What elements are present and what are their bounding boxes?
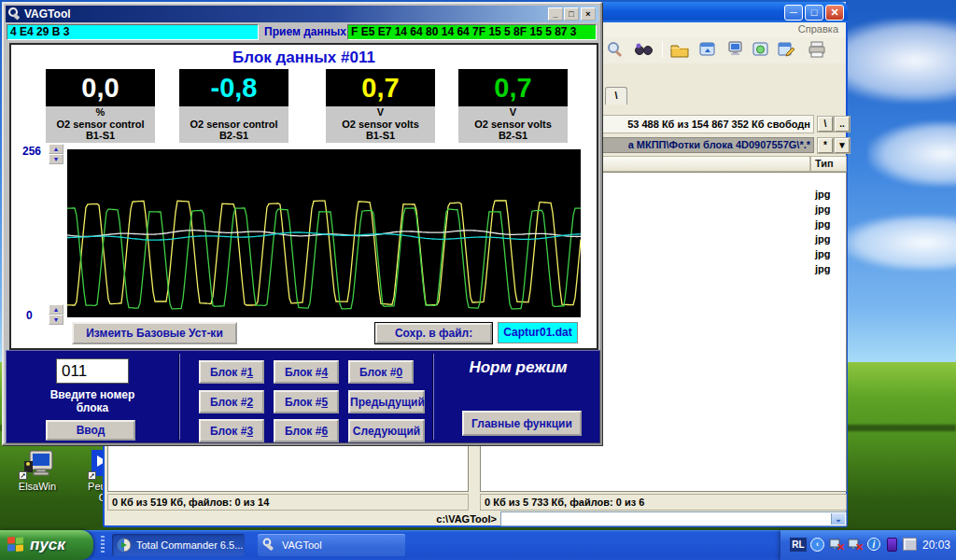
spinner-down-button[interactable]: ▼	[49, 154, 63, 164]
block-5-button[interactable]: Блок #5	[274, 390, 339, 413]
task-button-vagtool[interactable]: VAGTool	[258, 534, 405, 556]
maximize-button[interactable]: □	[805, 5, 823, 21]
windows-logo-icon	[7, 536, 24, 553]
display-name: O2 sensor volts	[326, 119, 435, 130]
sync-folder-icon[interactable]	[751, 40, 771, 59]
cloud	[868, 121, 956, 187]
block-number-input[interactable]	[56, 358, 129, 384]
search-icon[interactable]	[605, 40, 626, 59]
elsawin-icon: ➚	[21, 450, 54, 478]
start-label: пуск	[30, 536, 65, 553]
enter-button[interactable]: Ввод	[46, 420, 135, 441]
display-unit: V	[458, 106, 568, 119]
display-unit: %	[46, 106, 155, 119]
star-button[interactable]: *	[818, 138, 833, 153]
folder-icon[interactable]	[669, 40, 690, 59]
right-column-header-type[interactable]: Тип	[810, 156, 847, 172]
display-value: 0,7	[458, 69, 568, 106]
window-title: VAGTool	[24, 7, 71, 21]
shortcut-arrow-icon: ➚	[88, 471, 96, 480]
display-name: O2 sensor control	[179, 119, 288, 130]
block-1-button[interactable]: Блок #1	[199, 360, 264, 384]
vagtool-window: VAGTool _ □ × 4 E4 29 B 3 Прием данных F…	[2, 2, 602, 445]
battery-icon[interactable]	[887, 538, 897, 552]
edit-window-icon[interactable]	[776, 40, 796, 59]
cloud	[840, 215, 956, 271]
input-label: Введите номер блока	[18, 388, 167, 414]
trace-o2-sensor-volts-b1-s1	[67, 201, 581, 305]
quicklaunch-separator[interactable]	[101, 536, 105, 554]
vagtool-titlebar[interactable]: VAGTool _ □ ×	[6, 6, 598, 22]
panel-separator	[432, 354, 434, 440]
toolbar-separator	[662, 41, 663, 58]
menu-help[interactable]: Справка	[798, 23, 838, 35]
desktop-icon-label: ElsaWin	[7, 481, 67, 492]
spinner-up-button[interactable]: ▲	[49, 304, 63, 315]
spinner-down-button[interactable]: ▼	[49, 315, 63, 325]
minimize-button[interactable]: ─	[784, 5, 803, 21]
main-functions-button[interactable]: Главные функции	[462, 411, 582, 436]
display-group: 0,7 V O2 sensor volts B2-S1	[458, 69, 568, 143]
start-button[interactable]: пуск	[0, 530, 93, 560]
capture-filename-field[interactable]: Captur01.dat	[498, 322, 578, 343]
command-line-input[interactable]: ⌄	[500, 511, 847, 526]
binoculars-icon[interactable]	[633, 40, 654, 59]
data-block-panel: Блок данных #011 0,0 % O2 sensor control…	[9, 43, 598, 350]
maximize-button[interactable]: □	[564, 7, 579, 21]
close-button[interactable]: ×	[581, 7, 596, 21]
save-to-file-button[interactable]: Сохр. в файл:	[375, 323, 492, 343]
previous-button[interactable]: Предыдущий	[348, 390, 425, 413]
folder-tab[interactable]: \	[605, 87, 627, 105]
display-name: O2 sensor volts	[458, 119, 568, 130]
close-button[interactable]: ✕	[825, 5, 844, 21]
display-group: 0,7 V O2 sensor volts B1-S1	[326, 69, 435, 143]
block-0-button[interactable]: Блок #0	[348, 360, 414, 384]
root-button[interactable]: \	[818, 117, 833, 132]
basic-settings-button[interactable]: Измеить Базовые Уст-ки	[72, 322, 237, 344]
desktop-icon-elsawin[interactable]: ➚ ElsaWin	[7, 450, 67, 492]
display-group: 0,0 % O2 sensor control B1-S1	[46, 69, 155, 143]
info-icon[interactable]: i	[867, 538, 880, 551]
spinner-up-button[interactable]: ▲	[49, 144, 63, 154]
block-2-button[interactable]: Блок #2	[199, 390, 264, 413]
display-unit	[179, 106, 288, 119]
display-value: 0,7	[326, 69, 435, 106]
display-value: -0,8	[179, 69, 288, 106]
system-tray: RL ‹ ✕ ✕ i 20:03	[780, 530, 956, 560]
task-button-total-commander[interactable]: Total Commander 6.5...	[112, 534, 245, 556]
control-panel: Введите номер блока Ввод Блок #1 Блок #2…	[6, 350, 600, 443]
svg-text:✕: ✕	[855, 541, 864, 552]
display-group: -0,8 O2 sensor control B2-S1	[179, 69, 288, 143]
block-3-button[interactable]: Блок #3	[199, 419, 264, 442]
parent-dir-button[interactable]: ..	[835, 117, 850, 132]
display-name: O2 sensor control	[46, 119, 155, 130]
display-settings-icon[interactable]	[903, 538, 917, 551]
history-dropdown-button[interactable]: ▼	[835, 138, 850, 153]
minimize-button[interactable]: _	[548, 7, 563, 21]
collapse-chevron-icon[interactable]: ‹	[810, 538, 824, 552]
panel-separator	[178, 354, 180, 440]
block-6-button[interactable]: Блок #6	[274, 419, 339, 442]
window-arrow-icon[interactable]	[697, 40, 718, 59]
tx-data-field: F E5 E7 14 64 80 14 64 7F 15 5 8F 15 5 8…	[347, 24, 597, 40]
scale-top-spinner: ▲ ▼	[49, 144, 63, 164]
command-prompt-label: c:\VAGTool>	[329, 513, 497, 525]
block-4-button[interactable]: Блок #4	[274, 360, 339, 384]
right-status-bar: 0 Кб из 5 733 Кб, файлов: 0 из 6	[480, 494, 847, 511]
y-axis-max-label: 256	[22, 145, 41, 158]
wrench-icon	[8, 7, 22, 21]
scale-bottom-spinner: ▲ ▼	[49, 304, 63, 325]
monitor-icon[interactable]	[724, 40, 745, 59]
network-disconnected-icon[interactable]: ✕	[848, 538, 864, 552]
y-axis-min-label: 0	[26, 309, 33, 322]
printer-icon[interactable]	[807, 40, 827, 59]
panel-title: Блок данных #011	[11, 49, 597, 67]
network-disconnected-icon[interactable]: ✕	[829, 538, 845, 552]
oscilloscope-graph	[67, 149, 581, 317]
rx-label: Прием данных	[261, 25, 349, 38]
total-commander-icon	[117, 538, 132, 553]
dropdown-chevron-icon[interactable]: ⌄	[831, 513, 845, 525]
next-button[interactable]: Следующий	[348, 419, 425, 442]
shortcut-arrow-icon: ➚	[19, 471, 27, 480]
language-indicator[interactable]: RL	[790, 538, 807, 552]
